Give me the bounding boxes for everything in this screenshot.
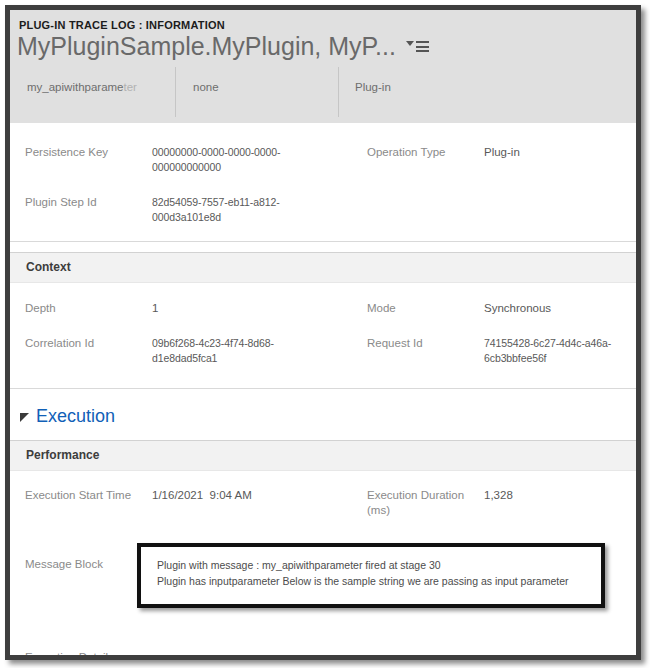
record-title-text: MyPluginSample.MyPlugin, MyP...: [17, 32, 396, 61]
field-value: 82d54059-7557-eb11-a812- 000d3a101e8d: [152, 195, 350, 225]
field-operation-type: Operation Type Plug-in: [350, 145, 636, 175]
field-plugin-step-id: Plugin Step Id 82d54059-7557-eb11-a812- …: [10, 195, 350, 225]
field-label: Correlation Id: [10, 336, 152, 351]
plugin-trace-log-window: PLUG-IN TRACE LOG : INFORMATION MyPlugin…: [5, 5, 641, 660]
field-execution-duration: Execution Duration (ms) 1,328: [350, 488, 636, 518]
field-label: Operation Type: [350, 145, 484, 160]
field-value: 74155428-6c27-4d4c-a46a- 6cb3bbfee56f: [484, 336, 636, 366]
field-depth: Depth 1: [10, 301, 350, 316]
tab-execution-label: Execution: [36, 406, 115, 427]
performance-fields-section: Execution Start Time 1/16/2021 9:04 AM E…: [10, 471, 636, 660]
field-label: Exception Details: [10, 650, 152, 660]
field-row: Execution Start Time 1/16/2021 9:04 AM E…: [10, 488, 636, 518]
field-row: Exception Details --: [10, 650, 636, 660]
field-label: Mode: [350, 301, 484, 316]
field-message-block: Message Block Plugin with message : my_a…: [10, 543, 636, 608]
field-row: Persistence Key 00000000-0000-0000-0000-…: [10, 145, 636, 175]
collapse-triangle-icon: [20, 413, 29, 422]
field-value: 09b6f268-4c23-4f74-8d68- d1e8dad5fca1: [152, 336, 350, 366]
menu-lines-icon: [416, 41, 429, 52]
field-exception-details: Exception Details --: [10, 650, 350, 660]
field-value: Plug-in: [484, 145, 636, 160]
field-mode: Mode Synchronous: [350, 301, 636, 316]
field-label: Execution Start Time: [10, 488, 152, 503]
field-execution-start-time: Execution Start Time 1/16/2021 9:04 AM: [10, 488, 350, 518]
tab-execution[interactable]: Execution: [10, 389, 636, 440]
record-header: PLUG-IN TRACE LOG : INFORMATION MyPlugin…: [10, 10, 636, 123]
caret-down-icon: [406, 41, 414, 46]
section-header-performance: Performance: [10, 440, 636, 471]
message-block-text: Plugin with message : my_apiwithparamete…: [157, 558, 601, 589]
field-label: Request Id: [350, 336, 484, 351]
field-label: Message Block: [10, 543, 137, 608]
field-value: 1: [152, 301, 350, 316]
header-field-message-name: my_apiwithparameter: [10, 67, 176, 117]
field-row: Plugin Step Id 82d54059-7557-eb11-a812- …: [10, 195, 636, 225]
field-value: --: [152, 650, 350, 660]
field-row: Depth 1 Mode Synchronous: [10, 301, 636, 316]
message-block-highlight-box: Plugin with message : my_apiwithparamete…: [137, 543, 605, 608]
field-value: Synchronous: [484, 301, 636, 316]
field-value: 1/16/2021 9:04 AM: [152, 488, 350, 503]
record-type-label: PLUG-IN TRACE LOG : INFORMATION: [10, 10, 636, 31]
field-request-id: Request Id 74155428-6c27-4d4c-a46a- 6cb3…: [350, 336, 636, 366]
field-persistence-key: Persistence Key 00000000-0000-0000-0000-…: [10, 145, 350, 175]
context-fields-section: Depth 1 Mode Synchronous Correlation Id …: [10, 283, 636, 389]
field-value: 1,328: [484, 488, 636, 503]
field-correlation-id: Correlation Id 09b6f268-4c23-4f74-8d68- …: [10, 336, 350, 366]
truncated-text-fade: ter: [124, 81, 137, 93]
record-title: MyPluginSample.MyPlugin, MyP...: [10, 31, 636, 61]
form-selector-icon[interactable]: [406, 41, 429, 52]
header-field-entity: none: [176, 67, 339, 117]
field-label: Plugin Step Id: [10, 195, 152, 210]
header-field-type: Plug-in: [339, 67, 636, 117]
header-summary-row: my_apiwithparameter none Plug-in: [10, 67, 636, 117]
field-label: Persistence Key: [10, 145, 152, 160]
section-header-context: Context: [10, 252, 636, 283]
field-row: Correlation Id 09b6f268-4c23-4f74-8d68- …: [10, 336, 636, 366]
field-value: 00000000-0000-0000-0000- 000000000000: [152, 145, 350, 175]
general-fields-section: Persistence Key 00000000-0000-0000-0000-…: [10, 123, 636, 242]
field-label: Depth: [10, 301, 152, 316]
field-label: Execution Duration (ms): [350, 488, 484, 518]
